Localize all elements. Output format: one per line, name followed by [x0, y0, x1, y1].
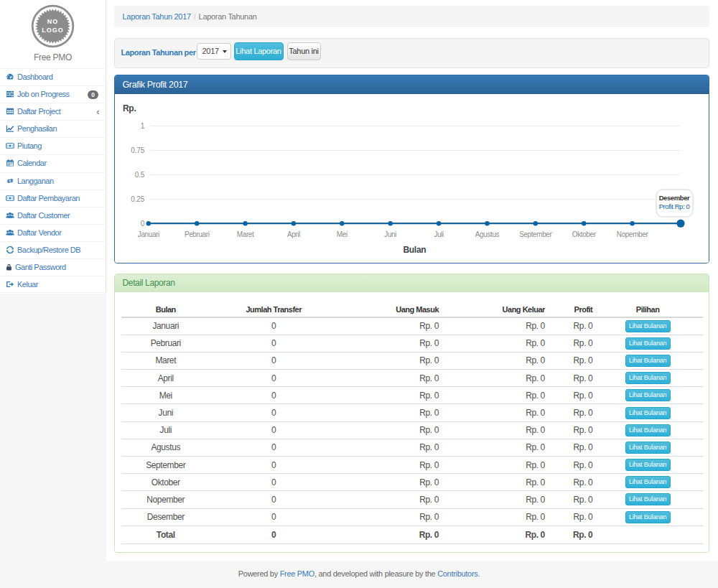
svg-text:Januari: Januari [137, 230, 159, 238]
svg-text:Pebruari: Pebruari [184, 230, 209, 238]
svg-text:Maret: Maret [236, 230, 253, 238]
svg-text:0.5: 0.5 [134, 171, 144, 179]
svg-text:Mei: Mei [336, 230, 347, 238]
svg-text:Oktober: Oktober [572, 230, 596, 238]
svg-text:Juni: Juni [384, 230, 396, 238]
svg-text:April: April [286, 230, 299, 238]
svg-text:LOGO: LOGO [42, 27, 64, 34]
svg-text:Juli: Juli [434, 230, 444, 238]
svg-text:0.75: 0.75 [131, 146, 144, 154]
svg-text:Nopember: Nopember [616, 230, 648, 238]
svg-text:September: September [519, 230, 552, 238]
svg-text:0: 0 [140, 220, 144, 228]
svg-text:0.25: 0.25 [131, 195, 144, 203]
svg-text:Agustus: Agustus [475, 230, 499, 238]
svg-text:Rp.: Rp. [123, 103, 136, 113]
svg-text:Bulan: Bulan [403, 245, 426, 255]
svg-text:NO: NO [47, 18, 59, 25]
svg-text:1: 1 [140, 122, 144, 130]
